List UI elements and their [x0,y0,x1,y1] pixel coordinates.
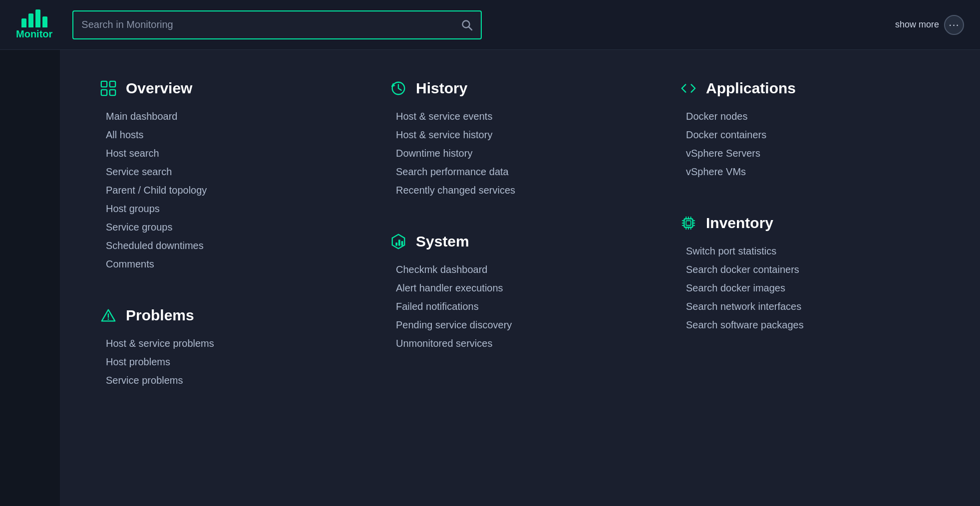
list-item: Host groups [106,203,360,215]
inventory-header: Inventory [680,215,940,232]
list-item: vSphere Servers [686,148,940,159]
downtime-history-link[interactable]: Downtime history [396,148,472,159]
code-tag-icon [680,80,697,97]
list-item: Alert handler executions [396,282,650,294]
docker-containers-link[interactable]: Docker containers [686,129,766,140]
bar4 [42,16,47,27]
parent-child-topology-link[interactable]: Parent / Child topology [106,185,207,196]
applications-links: Docker nodes Docker containers vSphere S… [680,111,940,178]
grid-icon [100,80,117,97]
inventory-links: Switch port statistics Search docker con… [680,246,940,331]
clock-history-icon [390,80,407,97]
list-item: Unmonitored services [396,338,650,349]
checkmk-dashboard-link[interactable]: Checkmk dashboard [396,264,487,275]
bar1 [21,18,26,27]
service-search-link[interactable]: Service search [106,166,172,177]
unmonitored-services-link[interactable]: Unmonitored services [396,338,492,349]
overview-links: Main dashboard All hosts Host search Ser… [100,111,360,270]
host-service-events-link[interactable]: Host & service events [396,111,492,122]
host-problems-link[interactable]: Host problems [106,356,170,367]
search-docker-containers-link[interactable]: Search docker containers [686,264,799,275]
list-item: Checkmk dashboard [396,264,650,275]
svg-rect-12 [684,219,693,228]
more-options-button[interactable]: ··· [944,15,964,35]
list-item: Host & service history [396,129,650,141]
sidebar [0,50,60,506]
svg-line-1 [469,27,472,30]
list-item: Search software packages [686,319,940,331]
logo-area: Monitor [16,9,52,40]
list-item: Pending service discovery [396,319,650,331]
problems-links: Host & service problems Host problems Se… [100,338,360,386]
search-performance-data-link[interactable]: Search performance data [396,166,509,177]
svg-point-7 [108,318,109,320]
list-item: Host search [106,148,360,159]
svg-rect-2 [101,81,107,87]
history-header: History [390,80,650,97]
list-item: Search performance data [396,166,650,178]
system-links: Checkmk dashboard Alert handler executio… [390,264,650,349]
logo-text: Monitor [16,28,52,40]
problems-header: Problems [100,307,360,324]
host-service-problems-link[interactable]: Host & service problems [106,338,214,349]
list-item: Recently changed services [396,185,650,196]
all-hosts-link[interactable]: All hosts [106,129,144,140]
vsphere-servers-link[interactable]: vSphere Servers [686,148,760,159]
search-software-packages-link[interactable]: Search software packages [686,319,804,330]
section-applications: Applications Docker nodes Docker contain… [680,80,940,185]
search-icon [461,19,473,31]
show-more-area[interactable]: show more ··· [895,15,964,35]
scheduled-downtimes-link[interactable]: Scheduled downtimes [106,240,204,251]
section-inventory: Inventory Switch port statistics Search … [680,215,940,338]
list-item: Service problems [106,375,360,386]
applications-title: Applications [706,80,796,97]
list-item: Main dashboard [106,111,360,122]
failed-notifications-link[interactable]: Failed notifications [396,301,479,312]
service-groups-link[interactable]: Service groups [106,222,172,233]
svg-rect-13 [686,221,690,225]
column-3: Applications Docker nodes Docker contain… [680,80,940,476]
list-item: All hosts [106,129,360,141]
main-dashboard-link[interactable]: Main dashboard [106,111,177,122]
host-service-history-link[interactable]: Host & service history [396,129,492,140]
svg-rect-10 [398,240,400,246]
host-groups-link[interactable]: Host groups [106,203,160,214]
list-item: Host problems [106,356,360,368]
alert-handler-executions-link[interactable]: Alert handler executions [396,282,503,293]
inventory-icon [680,215,697,232]
section-system: System Checkmk dashboard Alert handler e… [390,233,650,356]
switch-port-statistics-link[interactable]: Switch port statistics [686,246,776,256]
header: Monitor show more ··· [0,0,980,50]
history-icon [390,80,407,97]
applications-icon [680,80,697,97]
show-more-label: show more [895,19,939,30]
bar2 [28,13,33,27]
search-docker-images-link[interactable]: Search docker images [686,282,785,293]
section-overview: Overview Main dashboard All hosts Host s… [100,80,360,277]
list-item: Parent / Child topology [106,185,360,196]
docker-nodes-link[interactable]: Docker nodes [686,111,747,122]
list-item: Failed notifications [396,301,650,312]
list-item: Docker containers [686,129,940,141]
section-history: History Host & service events Host & ser… [390,80,650,203]
search-input[interactable] [81,19,461,30]
host-search-link[interactable]: Host search [106,148,159,159]
system-icon [390,233,407,250]
list-item: Host & service problems [106,338,360,349]
pending-service-discovery-link[interactable]: Pending service discovery [396,319,512,330]
list-item: Search network interfaces [686,301,940,312]
content-area: Overview Main dashboard All hosts Host s… [60,50,980,506]
bar3 [35,9,40,27]
service-problems-link[interactable]: Service problems [106,375,183,386]
inventory-title: Inventory [706,215,773,232]
list-item: Service search [106,166,360,178]
overview-title: Overview [126,80,192,97]
search-network-interfaces-link[interactable]: Search network interfaces [686,301,801,312]
recently-changed-services-link[interactable]: Recently changed services [396,185,515,196]
system-title: System [416,233,469,250]
search-button[interactable] [461,19,473,31]
comments-link[interactable]: Comments [106,258,154,269]
applications-header: Applications [680,80,940,97]
search-bar[interactable] [72,10,482,39]
vsphere-vms-link[interactable]: vSphere VMs [686,166,746,177]
